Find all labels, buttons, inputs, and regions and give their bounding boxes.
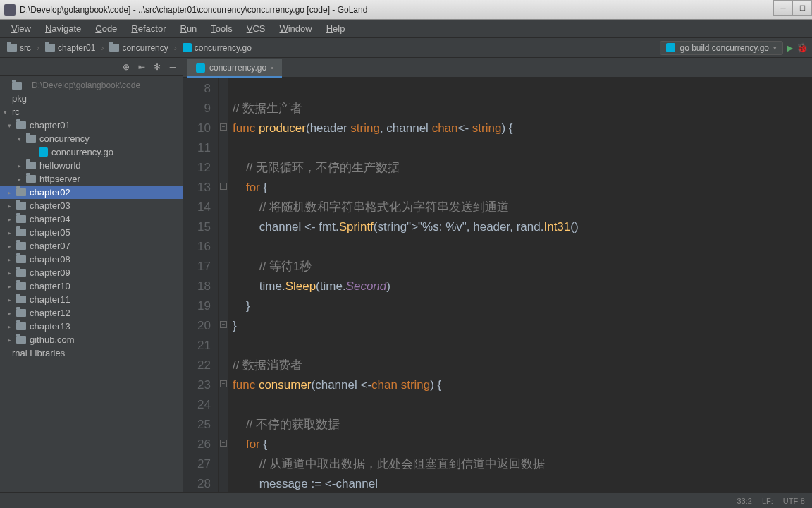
- tree-label: chapter11: [30, 294, 70, 305]
- expand-arrow[interactable]: [16, 135, 23, 143]
- tree-node-chapter04[interactable]: chapter04: [0, 212, 183, 226]
- tree-node-chapter10[interactable]: chapter10: [0, 279, 183, 293]
- expand-arrow[interactable]: [16, 176, 23, 183]
- tree-node-chapter03[interactable]: chapter03: [0, 199, 183, 212]
- menu-navigate[interactable]: Navigate: [38, 21, 88, 36]
- fold-marker[interactable]: −: [220, 183, 227, 190]
- menu-code[interactable]: Code: [88, 21, 124, 36]
- tree-node-helloworld[interactable]: helloworld: [0, 159, 183, 172]
- fold-marker[interactable]: −: [220, 440, 227, 447]
- tree-label: chapter03: [30, 200, 70, 211]
- tree-node-concurrency[interactable]: concurrency: [0, 132, 183, 145]
- fold-marker[interactable]: −: [220, 321, 227, 328]
- tree-node-chapter12[interactable]: chapter12: [0, 306, 183, 320]
- menu-tools[interactable]: Tools: [204, 21, 239, 36]
- expand-arrow[interactable]: [6, 202, 13, 210]
- app-icon: [4, 4, 16, 16]
- folder-icon: [16, 322, 26, 330]
- settings-icon[interactable]: ✻: [152, 61, 163, 73]
- tree-label: chapter08: [30, 254, 70, 265]
- tree-node-chapter07[interactable]: chapter07: [0, 239, 183, 253]
- expand-arrow[interactable]: [16, 162, 23, 169]
- tree-node-chapter01[interactable]: chapter01: [0, 119, 183, 132]
- menu-view[interactable]: View: [4, 21, 38, 36]
- tree-label: chapter12: [30, 308, 70, 318]
- expand-arrow[interactable]: [6, 283, 13, 290]
- expand-arrow[interactable]: [6, 216, 13, 223]
- folder-icon: [26, 162, 36, 169]
- scroll-from-source-icon[interactable]: ⊕: [121, 61, 132, 73]
- line-ending: LF:: [762, 497, 773, 505]
- expand-arrow[interactable]: [6, 243, 13, 250]
- tree-label: chapter02: [30, 187, 70, 198]
- run-button[interactable]: ▶: [787, 43, 793, 53]
- tree-node-chapter13[interactable]: chapter13: [0, 320, 183, 333]
- tree-label: chapter04: [30, 214, 70, 224]
- expand-arrow[interactable]: [6, 189, 13, 196]
- project-sidebar: ⊕ ⇤ ✻ ─ D:\Develop\golangbook\codepkgrcc…: [0, 58, 183, 492]
- fold-marker[interactable]: −: [220, 380, 227, 387]
- window-title: D:\Develop\golangbook\code] - ..\src\cha…: [20, 5, 367, 15]
- fold-marker[interactable]: −: [220, 123, 227, 131]
- maximize-button[interactable]: ☐: [792, 0, 812, 16]
- expand-arrow[interactable]: [6, 229, 13, 236]
- menu-run[interactable]: Run: [173, 21, 204, 36]
- crumb-src[interactable]: src: [4, 42, 34, 54]
- menu-refactor[interactable]: Refactor: [124, 21, 173, 36]
- go-icon: [39, 147, 48, 157]
- run-config-label: go build concurrency.go: [679, 43, 769, 53]
- tree-node-rc[interactable]: rc: [0, 105, 183, 119]
- folder-icon: [16, 296, 26, 303]
- expand-arrow[interactable]: [6, 337, 13, 344]
- debug-button[interactable]: 🐞: [796, 42, 808, 53]
- tab-concurrency[interactable]: concurrency.go •: [187, 59, 282, 78]
- expand-arrow[interactable]: [6, 323, 13, 330]
- tree-label: chapter09: [30, 267, 70, 278]
- tree-node-chapter11[interactable]: chapter11: [0, 293, 183, 306]
- go-icon: [196, 64, 205, 73]
- expand-arrow[interactable]: [1, 109, 8, 116]
- run-config-select[interactable]: go build concurrency.go: [660, 41, 783, 55]
- project-tree: D:\Develop\golangbook\codepkgrcchapter01…: [0, 76, 183, 363]
- expand-arrow[interactable]: [6, 310, 13, 317]
- menu-bar: ViewNavigateCodeRefactorRunToolsVCSWindo…: [0, 20, 812, 38]
- folder-icon: [26, 175, 36, 183]
- window-titlebar: D:\Develop\golangbook\code] - ..\src\cha…: [0, 0, 812, 20]
- tree-node-D:\Develop\golangbook\code[interactable]: D:\Develop\golangbook\code: [0, 79, 183, 92]
- tree-node-chapter09[interactable]: chapter09: [0, 266, 183, 279]
- dirty-indicator: •: [271, 64, 273, 72]
- expand-arrow[interactable]: [6, 256, 13, 263]
- tree-node-pkg[interactable]: pkg: [0, 92, 183, 105]
- expand-arrow[interactable]: [6, 122, 13, 129]
- tree-label: concurrency.go: [51, 147, 113, 157]
- expand-arrow[interactable]: [6, 296, 13, 303]
- folder-icon: [109, 44, 119, 52]
- tree-node-rnal Libraries[interactable]: rnal Libraries: [0, 346, 183, 360]
- tab-label: concurrency.go: [209, 63, 266, 73]
- folder-icon: [45, 44, 55, 52]
- tree-label: httpserver: [39, 174, 80, 184]
- crumb-chapter01[interactable]: chapter01: [42, 42, 98, 54]
- folder-icon: [16, 121, 26, 129]
- tree-node-httpserver[interactable]: httpserver: [0, 172, 183, 186]
- editor: concurrency.go • 89101112131415161718192…: [183, 58, 812, 492]
- caret-position: 33:2: [737, 497, 752, 505]
- go-icon: [183, 43, 192, 52]
- crumb-concurrency[interactable]: concurrency: [106, 42, 171, 54]
- tree-node-chapter08[interactable]: chapter08: [0, 253, 183, 266]
- tree-node-concurrency.go[interactable]: concurrency.go: [0, 145, 183, 159]
- collapse-all-icon[interactable]: ⇤: [136, 61, 147, 73]
- expand-arrow[interactable]: [6, 270, 13, 277]
- menu-window[interactable]: Window: [272, 21, 319, 36]
- tree-label: chapter13: [30, 321, 70, 332]
- minimize-button[interactable]: ─: [773, 0, 793, 16]
- hide-icon[interactable]: ─: [167, 61, 178, 73]
- crumb-concurrency.go[interactable]: concurrency.go: [180, 42, 254, 54]
- tree-node-chapter02[interactable]: chapter02: [0, 186, 183, 199]
- tree-node-github.com[interactable]: github.com: [0, 333, 183, 346]
- menu-vcs[interactable]: VCS: [240, 21, 273, 36]
- folder-icon: [26, 135, 36, 143]
- tree-node-chapter05[interactable]: chapter05: [0, 226, 183, 239]
- code-area[interactable]: // 数据生产者 func producer(header string, ch…: [228, 78, 812, 492]
- menu-help[interactable]: Help: [319, 21, 352, 36]
